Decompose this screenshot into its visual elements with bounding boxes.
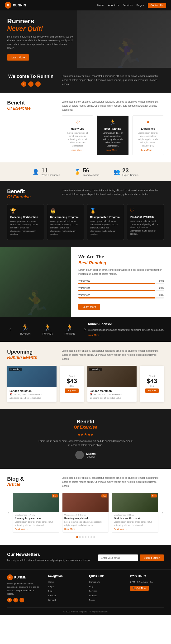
footer-nav-home[interactable]: Home [48, 581, 54, 583]
footer-quick-sitemap[interactable]: Sitemap [89, 594, 97, 597]
insurance-title: Insurance Program [130, 216, 161, 218]
blog-read-more-1[interactable]: Read More → [15, 528, 28, 530]
blog-read-more-2[interactable]: Read More → [64, 528, 78, 530]
skills-content: We Are The Best Running Lorem ipsum dolo… [71, 247, 171, 317]
stat-trainers-label: Expert Trainers [122, 174, 138, 176]
nav-pages[interactable]: Pages [136, 4, 144, 7]
benefit2-header: Benefit Of Exercise Lorem ipsum dolor si… [7, 188, 164, 200]
logo-icon: R [5, 2, 12, 8]
runner-figure: 🏃 [21, 289, 50, 317]
sponsor-next-arrow[interactable]: › [82, 327, 88, 332]
twitter-icon[interactable]: t [28, 82, 34, 87]
facebook-icon[interactable]: f [21, 82, 26, 87]
newsletter-email-input[interactable] [98, 554, 138, 561]
blog-next-arrow[interactable]: › [161, 510, 164, 516]
blog-prev-arrow[interactable]: ‹ [7, 510, 10, 516]
sponsor-info: Runnin Sponsor Lorem ipsum dolor sit ame… [88, 322, 164, 337]
footer-nav-blog[interactable]: Blog [48, 590, 52, 592]
skills-cta-button[interactable]: Learn More [78, 304, 100, 310]
benefit1-text: Lorem ipsum dolor sit amet, consectetur … [62, 100, 164, 112]
stat-team-number: 56 [83, 167, 99, 174]
coaching-text: Lorem ipsum dolor sit amet, consectetur … [10, 220, 41, 236]
runner-image: 🏃 [0, 247, 71, 317]
benefit1-title-block: Benefit Of Exercise [7, 100, 54, 156]
footer-twitter-icon[interactable]: t [13, 598, 18, 602]
blog-post-title-3: First deserve then desire [114, 517, 156, 520]
footer-nav-services[interactable]: Services [48, 594, 56, 597]
blog-comments-3: 2 Share [128, 514, 134, 516]
footer-quick-contact[interactable]: Contact Us [89, 581, 100, 583]
dot-2[interactable] [79, 536, 81, 538]
footer-quick-col: Quick Link Contact Us Blog Services Site… [89, 574, 123, 603]
sponsor-item-3: 🏃 RUNMAN [64, 324, 75, 335]
blog-card-2: Aug Uncategorized 3 Shares Running In my… [62, 493, 109, 533]
shield-icon: 🛡 [130, 208, 161, 214]
event-content-1: London Marathon 📅 Oct 25, 2022 Start 09:… [7, 387, 56, 402]
dot-1[interactable] [76, 536, 78, 538]
ticket-unit-2: /seat [150, 385, 154, 387]
footer-nav-pages[interactable]: Pages [48, 585, 54, 588]
footer-call-button[interactable]: 📞 Call Now [130, 586, 149, 591]
group-icon: 👥 [114, 169, 120, 175]
championship-title: Championship Program [90, 216, 121, 218]
blog-header: Blog & Article Lorem ipsum dolor sit ame… [7, 476, 164, 488]
skill-fill-1 [78, 283, 155, 284]
event-time-2: Start 09:00 AM [108, 393, 122, 396]
star-icon: ✦ [136, 119, 161, 126]
stat-years-number: 11 [41, 167, 60, 174]
blog-read-more-3[interactable]: Read More → [114, 528, 127, 530]
dot-7[interactable] [93, 536, 95, 538]
newsletter-left: Our Newsletters Lorem ipsum dolor sit am… [7, 552, 91, 562]
ticket-buy-button-1[interactable]: Buy Now [65, 388, 78, 393]
hero-cta-button[interactable]: Learn More [7, 54, 29, 60]
event-date-1: Oct 25, 2022 [14, 393, 26, 396]
dot-5[interactable] [88, 536, 89, 538]
newsletter-submit-button[interactable]: Submit Button [140, 554, 164, 561]
benefit-card-running: 🏃 Best Running Lorem ipsum dolor sit ame… [97, 116, 128, 156]
stat-trainers: 👥 23 Expert Trainers [114, 167, 138, 176]
footer-nav-general[interactable]: General [48, 599, 56, 601]
card-link-healthy[interactable]: Learn More → [71, 149, 84, 151]
championship-text: Lorem ipsum dolor sit amet, consectetur … [90, 220, 121, 236]
footer-quick-services[interactable]: Services [89, 590, 98, 592]
footer-logo-icon: R [7, 574, 13, 580]
stat-years: 👤 11 Years Experience [32, 167, 60, 176]
blog-meta-2: Uncategorized 3 Shares [64, 514, 107, 516]
welcome-text: Lorem ipsum dolor sit amet, consectetur … [62, 74, 164, 86]
ticket-buy-button-2[interactable]: Buy Now [145, 388, 159, 393]
footer-facebook-icon[interactable]: f [7, 598, 12, 602]
events-grid: Upcoming London Marathon 📅 Oct 25, 2022 … [7, 366, 164, 402]
dot-4[interactable] [85, 536, 86, 538]
sponsor-name-3: RUNMAN [64, 332, 75, 335]
footer-quick-blog[interactable]: Blog [89, 585, 93, 588]
youtube-icon[interactable]: y [36, 82, 40, 87]
benefit1-cards: ♡ Healty Life Lorem ipsum dolor sit amet… [62, 116, 164, 156]
sponsor-link[interactable]: Learn More → [88, 334, 102, 337]
dot-3[interactable] [82, 536, 84, 538]
nav-services[interactable]: Services [122, 4, 132, 7]
benefit-card-healthy: ♡ Healty Life Lorem ipsum dolor sit amet… [62, 116, 93, 156]
navigation: R RUNNIN Home About Us Services Pages Co… [0, 0, 171, 10]
sponsor-text: Lorem ipsum dolor sit amet, consectetur … [88, 328, 164, 332]
event-content-2: London Marathon 📅 Oct 28, 2022 Start 09:… [88, 387, 137, 402]
sponsor-item-2: 🏃 RUNNER [42, 324, 53, 335]
nav-logo[interactable]: R RUNNIN [5, 2, 26, 8]
card-link-running[interactable]: Learn More → [106, 149, 120, 151]
footer-nav-col: Navigation Home Pages Blog Services Gene… [48, 574, 82, 603]
card-link-experience[interactable]: Learn More → [141, 149, 155, 151]
footer-nav-heading: Navigation [48, 574, 82, 578]
author-name: Marion [86, 452, 96, 456]
blog-image-3: Nov [112, 493, 158, 512]
footer-youtube-icon[interactable]: y [20, 598, 24, 602]
hero-subtitle: Never Quit! [7, 25, 74, 32]
testimonial-text: Lorem ipsum dolor sit amet, consectetur … [38, 439, 133, 447]
footer: R RUNNIN Lorem ipsum dolor sit amet, con… [0, 570, 171, 615]
sponsor-prev-arrow[interactable]: ‹ [7, 327, 13, 332]
nav-contact-button[interactable]: Contact Us [148, 2, 166, 8]
kids-text: Lorem ipsum dolor sit amet, consectetur … [50, 220, 81, 236]
benefit1-title: Benefit [7, 100, 54, 106]
footer-quick-policy[interactable]: Policy [89, 599, 95, 601]
dot-6[interactable] [90, 536, 92, 538]
nav-about[interactable]: About Us [108, 4, 119, 7]
nav-home[interactable]: Home [98, 4, 104, 7]
